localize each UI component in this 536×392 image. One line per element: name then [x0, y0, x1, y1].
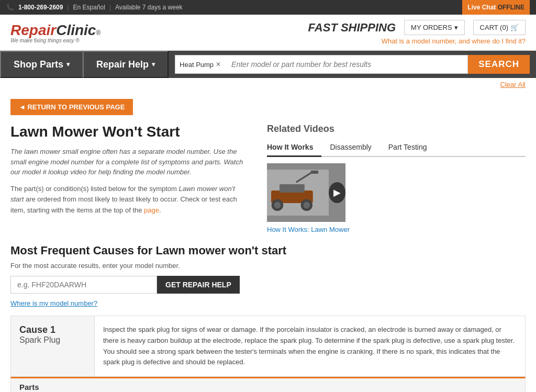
search-input[interactable]: [225, 55, 468, 74]
cause-number-1: Cause 1: [19, 324, 86, 335]
repair-help-label: Repair Help: [96, 59, 149, 70]
logo-repair: Repair: [10, 22, 56, 39]
get-repair-button[interactable]: GET REPAIR HELP: [157, 276, 240, 294]
shop-parts-chevron-icon: ▾: [66, 61, 70, 68]
model-input-row: GET REPAIR HELP: [10, 276, 526, 294]
logo-clinic: Clinic: [56, 22, 96, 39]
intro2-pre: The part(s) or condition(s) listed below…: [10, 185, 179, 193]
livechat-status: OFFLINE: [498, 4, 524, 11]
nav-bar: Shop Parts ▾ Repair Help ▾ Heat Pump ✕ S…: [0, 51, 536, 78]
cause-description-1: Inspect the spark plug for signs of wear…: [95, 316, 525, 376]
left-column: Lawn Mower Won't Start The lawn mower sm…: [10, 124, 246, 233]
related-videos-title: Related Videos: [267, 124, 526, 135]
top-bar-contact: 📞 1-800-269-2609 | En Español | Availabl…: [6, 4, 183, 11]
causes-title: Most Frequent Causes for Lawn mower won'…: [10, 244, 526, 257]
my-orders-button[interactable]: MY ORDERS ▾: [404, 20, 465, 35]
causes-subtitle: For the most accurate results, enter you…: [10, 262, 526, 270]
my-orders-label: MY ORDERS: [411, 24, 452, 31]
return-button[interactable]: ◄ RETURN TO PREVIOUS PAGE: [10, 99, 133, 115]
livechat-prefix: Live Chat: [467, 4, 497, 11]
availability-text: Available 7 days a week: [115, 4, 183, 11]
top-bar: 📞 1-800-269-2609 | En Español | Availabl…: [0, 0, 536, 15]
video-tabs: How It Works Disassembly Part Testing: [267, 140, 526, 157]
cart-icon: 🛒: [510, 24, 519, 31]
logo[interactable]: RepairClinic®: [10, 22, 100, 39]
svg-point-6: [303, 202, 310, 209]
cart-button[interactable]: CART (0) 🛒: [473, 20, 526, 35]
video-player-area: ▶ How It Works: Lawn Mower: [267, 163, 526, 233]
search-tag-remove-button[interactable]: ✕: [216, 61, 221, 68]
model-number-input[interactable]: [10, 276, 157, 294]
repair-help-chevron-icon: ▾: [152, 61, 155, 68]
return-section: ◄ RETURN TO PREVIOUS PAGE: [0, 91, 536, 124]
video-play-button[interactable]: ▶: [329, 182, 345, 203]
logo-reg: ®: [96, 29, 100, 37]
right-column: Related Videos How It Works Disassembly …: [267, 124, 526, 233]
separator1: |: [67, 4, 69, 11]
svg-point-4: [274, 202, 281, 209]
intro-paragraph-1: The lawn mower small engine often has a …: [10, 147, 246, 177]
header-actions: FAST SHIPPING MY ORDERS ▾ CART (0) 🛒: [308, 20, 526, 35]
cause-card-1: Cause 1 Spark Plug Inspect the spark plu…: [10, 316, 526, 377]
cause-left-1: Cause 1 Spark Plug: [11, 316, 95, 376]
intro2-post-pre: are ordered from most likely to least li…: [10, 195, 237, 214]
separator2: |: [109, 4, 111, 11]
live-chat-button[interactable]: Live Chat OFFLINE: [462, 0, 530, 15]
clear-all-link[interactable]: Clear All: [500, 81, 526, 88]
cause-name-1: Spark Plug: [19, 335, 86, 345]
parts-bar: Parts: [10, 377, 526, 392]
tab-how-it-works[interactable]: How It Works: [267, 140, 321, 157]
svg-rect-2: [280, 184, 305, 193]
main-content: Lawn Mower Won't Start The lawn mower sm…: [0, 124, 536, 233]
logo-tagline: We make fixing things easy ®: [10, 38, 100, 43]
repair-help-nav[interactable]: Repair Help ▾: [83, 51, 169, 78]
video-label[interactable]: How It Works: Lawn Mower: [267, 226, 350, 233]
svg-rect-8: [311, 171, 318, 174]
video-image: [267, 164, 329, 221]
fast-shipping-label: FAST SHIPPING: [308, 21, 396, 35]
shop-parts-label: Shop Parts: [14, 59, 63, 70]
tab-part-testing[interactable]: Part Testing: [388, 140, 436, 157]
tab-disassembly[interactable]: Disassembly: [330, 140, 379, 157]
intro-paragraph-2: The part(s) or condition(s) listed below…: [10, 184, 246, 216]
header-right: FAST SHIPPING MY ORDERS ▾ CART (0) 🛒 Wha…: [308, 20, 526, 45]
causes-section: Most Frequent Causes for Lawn mower won'…: [0, 233, 536, 307]
logo-area: RepairClinic® We make fixing things easy…: [10, 22, 100, 43]
header: RepairClinic® We make fixing things easy…: [0, 15, 536, 51]
search-area: Heat Pump ✕ SEARCH: [169, 55, 536, 74]
page-title: Lawn Mower Won't Start: [10, 124, 246, 140]
phone-icon: 📞: [6, 4, 14, 11]
phone-number: 1-800-269-2609: [18, 4, 63, 11]
clear-all-bar: Clear All: [0, 78, 536, 91]
video-thumbnail[interactable]: ▶: [267, 163, 345, 222]
where-model-link[interactable]: Where is my model number?: [10, 299, 97, 307]
search-button[interactable]: SEARCH: [468, 55, 530, 74]
search-tag: Heat Pump ✕: [175, 55, 225, 74]
model-number-link[interactable]: What is a model number, and where do I f…: [382, 37, 526, 45]
shop-parts-nav[interactable]: Shop Parts ▾: [0, 51, 83, 78]
my-orders-chevron-icon: ▾: [454, 24, 458, 31]
espanol-link[interactable]: En Español: [73, 4, 105, 11]
cart-label: CART (0): [480, 24, 508, 31]
search-tag-label: Heat Pump: [180, 61, 214, 69]
page-link[interactable]: page: [144, 206, 159, 214]
